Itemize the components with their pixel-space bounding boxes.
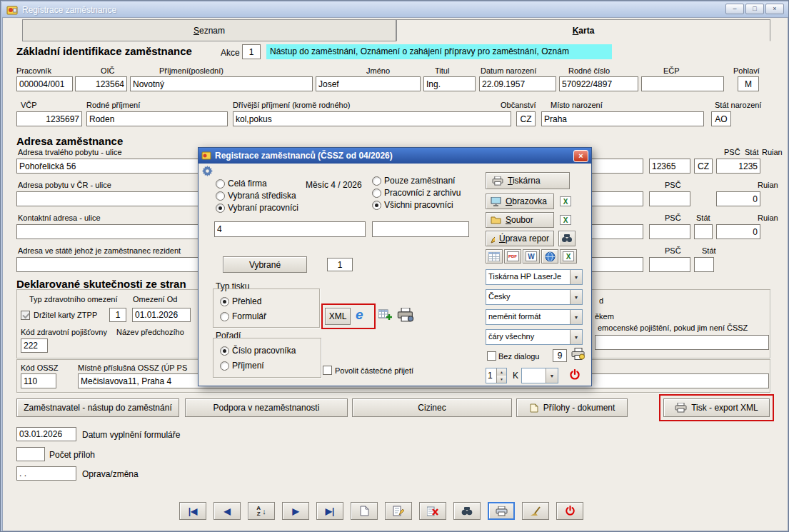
pocet-priloh-input[interactable] — [16, 447, 45, 461]
excel-export-icon[interactable]: X — [560, 196, 571, 206]
radio-pracovnici-archiv[interactable] — [372, 189, 381, 198]
print-button[interactable] — [488, 502, 515, 520]
gear-icon[interactable] — [202, 166, 213, 176]
report-search-button[interactable] — [558, 231, 576, 246]
radio-formular[interactable] — [220, 312, 229, 321]
k-select[interactable] — [521, 368, 558, 383]
radio-vybrani-pracovnici[interactable] — [216, 204, 225, 213]
nav-last-button[interactable]: ▶| — [316, 502, 343, 520]
stepper-arrows[interactable]: ▲▼ — [496, 368, 506, 383]
excel-output-button[interactable]: X — [560, 249, 577, 264]
pojistovna-input[interactable] — [21, 338, 48, 353]
oprava-zmena-input[interactable] — [16, 466, 76, 481]
psc-input-3[interactable] — [649, 224, 690, 239]
zamestnavatel-button[interactable]: Zaměstnavatel - nástup do zaměstnání — [16, 398, 179, 417]
rodne-prijmeni-input[interactable] — [86, 111, 228, 126]
fragment-label-2: ěkem — [595, 312, 614, 321]
table-output-button[interactable] — [486, 249, 503, 264]
akce-input[interactable] — [242, 44, 261, 59]
ruian-input-1[interactable] — [716, 159, 760, 174]
stat-input-4[interactable] — [694, 257, 714, 272]
datum-vyplneni-input[interactable] — [16, 427, 76, 441]
radio-cela-firma[interactable] — [216, 179, 225, 189]
bez-dialogu-checkbox[interactable] — [487, 351, 496, 361]
ruian-input-2[interactable] — [716, 191, 760, 206]
pohlavi-input[interactable] — [738, 76, 759, 91]
nav-prev-button[interactable]: ◀ — [213, 502, 241, 520]
uprava-reportu-button[interactable]: Úprava repor — [486, 231, 554, 246]
maximize-button[interactable]: □ — [745, 4, 764, 14]
vyber-input[interactable] — [214, 221, 366, 237]
oic-input[interactable] — [75, 76, 127, 91]
ruian-input-3[interactable] — [716, 224, 760, 239]
ossz-input[interactable] — [21, 373, 56, 388]
tab-seznam[interactable]: Seznam — [22, 19, 396, 41]
dialog-close-button[interactable]: × — [573, 150, 588, 162]
podpora-button[interactable]: Podpora v nezaměstnanosti — [185, 398, 348, 417]
obrazovka-button[interactable]: Obrazovka — [486, 194, 554, 209]
radio-pouze-zamestnani[interactable] — [372, 176, 381, 186]
cizinec-button[interactable]: Cizinec — [352, 398, 512, 417]
exit-button[interactable] — [556, 502, 583, 520]
psc-input-1[interactable] — [649, 159, 690, 174]
lines-select[interactable]: čáry všechny — [486, 329, 583, 345]
stat-input-3[interactable] — [694, 224, 713, 239]
radio-vsichni-pracovnici[interactable] — [372, 201, 381, 210]
vcp-input[interactable] — [16, 111, 82, 126]
edit-record-button[interactable] — [385, 502, 412, 520]
vybrane-button[interactable]: Vybrané — [223, 256, 307, 273]
obcanstvi-input[interactable] — [516, 111, 536, 126]
copies-stepper[interactable]: 1▲▼ — [486, 368, 507, 383]
printer-select[interactable]: Tiskárna HP LaserJe — [486, 269, 583, 285]
datum-narozeni-input[interactable] — [479, 76, 556, 91]
nav-first-button[interactable]: |◀ — [179, 502, 206, 520]
rodne-cislo-input[interactable] — [559, 76, 638, 91]
table-add-icon[interactable] — [378, 309, 392, 321]
misto-narozeni-input[interactable] — [541, 111, 704, 126]
printer-setup-icon[interactable] — [397, 308, 414, 322]
stat-input-1[interactable] — [694, 159, 713, 174]
radio-cislo-pracovnika[interactable] — [220, 346, 229, 356]
psc-input-4[interactable] — [649, 257, 690, 272]
format-select[interactable]: neměnit formát — [486, 309, 583, 325]
clean-button[interactable] — [522, 502, 549, 520]
nemocenske-input[interactable] — [595, 335, 769, 350]
ztpp-code-input[interactable] — [109, 308, 126, 322]
radio-prijmeni-sort[interactable] — [220, 361, 229, 371]
pracovnik-input[interactable] — [16, 76, 73, 91]
word-output-button[interactable]: W — [523, 249, 540, 264]
radio-prehled[interactable] — [220, 297, 229, 306]
dialog-exit-button[interactable] — [566, 366, 584, 383]
sort-button[interactable]: AZ ↓ — [248, 502, 275, 520]
pdf-output-button[interactable]: PDF — [504, 249, 521, 264]
prijmeni-input[interactable] — [130, 76, 313, 91]
html-output-button[interactable] — [541, 249, 558, 264]
language-select[interactable]: Česky — [486, 289, 583, 305]
delete-record-button[interactable] — [419, 502, 446, 520]
psc-input-2[interactable] — [649, 191, 690, 206]
vyber-input-2[interactable] — [372, 221, 469, 237]
ztpp-checkbox[interactable] — [21, 311, 30, 320]
excel-export-icon-2[interactable]: X — [560, 215, 571, 225]
titul-input[interactable] — [423, 76, 476, 91]
printer-preview-icon[interactable] — [571, 348, 586, 361]
new-record-button[interactable] — [351, 502, 378, 520]
nav-next-button[interactable]: ▶ — [282, 502, 309, 520]
ecp-input[interactable] — [641, 76, 724, 91]
tab-karta[interactable]: Karta — [396, 19, 770, 41]
povolit-checkbox[interactable] — [323, 366, 332, 375]
jmeno-input[interactable] — [316, 76, 421, 91]
tiskarna-button[interactable]: Tiskárna — [486, 172, 570, 189]
drivejsi-prijmeni-input[interactable] — [233, 111, 511, 126]
bez-dialogu-num-input[interactable] — [553, 349, 567, 362]
stat-narozeni-input[interactable] — [711, 111, 731, 126]
vybrane-count-input[interactable] — [327, 258, 353, 271]
search-button[interactable] — [453, 502, 481, 520]
minimize-button[interactable]: – — [725, 4, 744, 14]
close-button[interactable]: × — [765, 4, 784, 14]
prilohy-button[interactable]: Přílohy - dokument — [516, 398, 628, 417]
soubor-button[interactable]: Soubor — [486, 212, 554, 228]
omezeni-od-input[interactable] — [132, 308, 191, 322]
radio-vybrana-strediska[interactable] — [216, 191, 225, 201]
jmeno-label: Jméno — [366, 66, 390, 75]
